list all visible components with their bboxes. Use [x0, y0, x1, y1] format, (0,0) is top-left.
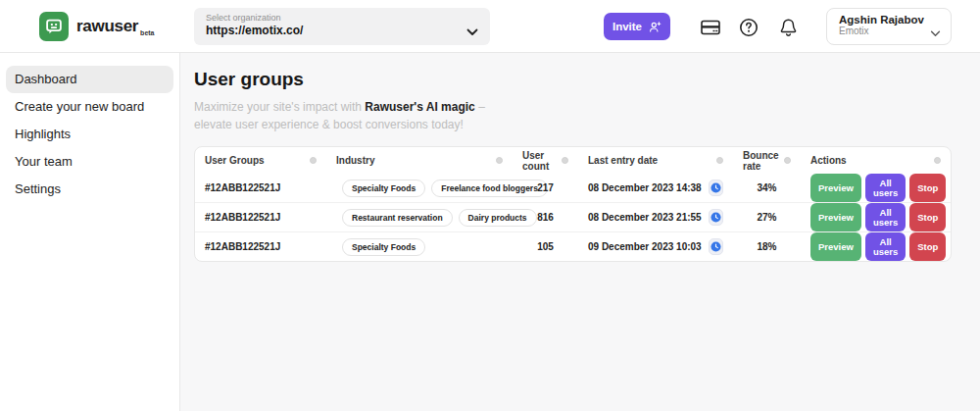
industry-tags: Restaurant reservationDairy products: [326, 209, 513, 227]
org-select-value: https://emotix.co/: [206, 24, 457, 37]
table-row: #12ABB122521J Specialty FoodsFreelance f…: [195, 174, 951, 202]
brand-logo[interactable]: rawuserbeta: [39, 12, 155, 41]
table-header-row: User Groups Industry User count Last ent…: [195, 147, 951, 174]
main-content: User groups Maximize your site's impact …: [180, 53, 980, 411]
bounce-rate: 34%: [733, 182, 801, 193]
row-actions: PreviewAll usersStop: [801, 174, 952, 202]
sidebar-nav: DashboardCreate your new boardHighlights…: [0, 53, 180, 411]
all-users-button[interactable]: All users: [865, 174, 906, 202]
col-header-user-groups[interactable]: User Groups: [195, 147, 326, 174]
sidebar-item-create-your-new-board[interactable]: Create your new board: [6, 93, 173, 121]
industry-tags: Specialty Foods: [326, 238, 513, 256]
subtitle-post: –: [475, 100, 485, 114]
user-count: 105: [513, 241, 578, 252]
help-icon[interactable]: [738, 17, 760, 38]
industry-tag: Specialty Foods: [342, 238, 425, 256]
preview-button[interactable]: Preview: [810, 203, 861, 231]
table-body: #12ABB122521J Specialty FoodsFreelance f…: [195, 174, 951, 261]
info-icon[interactable]: [784, 157, 791, 164]
page-title: User groups: [194, 69, 952, 90]
all-users-button[interactable]: All users: [865, 232, 906, 261]
user-groups-table: User Groups Industry User count Last ent…: [194, 146, 952, 262]
clock-icon[interactable]: [709, 238, 723, 255]
org-select-label: Select organization: [206, 13, 457, 23]
organization-select[interactable]: Select organization https://emotix.co/: [194, 8, 490, 45]
col-header-industry[interactable]: Industry: [326, 147, 513, 174]
person-add-icon: [649, 21, 662, 33]
industry-tag: Restaurant reservation: [342, 209, 453, 227]
user-count: 816: [513, 212, 578, 223]
subtitle-bold: Rawuser's AI magic: [365, 100, 474, 114]
col-header-user-count[interactable]: User count: [513, 147, 578, 174]
info-icon[interactable]: [716, 157, 723, 164]
bounce-rate: 27%: [733, 212, 801, 223]
profile-menu[interactable]: Agshin Rajabov Emotix: [826, 8, 952, 45]
row-id: #12ABB122521J: [195, 212, 326, 223]
last-entry-cell: 08 December 2023 14:38: [578, 180, 733, 196]
billing-card-icon[interactable]: [700, 17, 721, 38]
preview-button[interactable]: Preview: [810, 232, 861, 261]
clock-icon[interactable]: [709, 180, 723, 196]
last-entry-date: 08 December 2023 21:55: [588, 212, 702, 223]
chevron-down-icon: [466, 23, 478, 40]
stop-button[interactable]: Stop: [909, 232, 946, 261]
stop-button[interactable]: Stop: [909, 174, 946, 202]
info-icon[interactable]: [562, 157, 568, 164]
row-id: #12ABB122521J: [195, 182, 326, 193]
info-icon[interactable]: [310, 157, 317, 164]
table-row: #12ABB122521J Specialty Foods 105 09 Dec…: [195, 231, 951, 261]
subtitle-pre: Maximize your site's impact with: [194, 100, 365, 114]
col-header-actions[interactable]: Actions: [801, 147, 951, 174]
chevron-down-icon: [930, 24, 941, 41]
invite-button-label: Invite: [612, 21, 642, 32]
col-header-last-entry-date[interactable]: Last entry date: [578, 147, 733, 174]
page-subtitle: Maximize your site's impact with Rawuser…: [194, 98, 952, 133]
bounce-rate: 18%: [733, 241, 801, 252]
sidebar-item-settings[interactable]: Settings: [6, 176, 173, 203]
invite-button[interactable]: Invite: [604, 13, 670, 40]
col-header-bounce-rate[interactable]: Bounce rate: [733, 147, 801, 174]
preview-button[interactable]: Preview: [810, 174, 861, 202]
industry-tags: Specialty FoodsFreelance food bloggers: [326, 180, 513, 197]
brand-name: rawuserbeta: [76, 17, 155, 36]
subtitle-line2: elevate user experience & boost conversi…: [194, 118, 464, 131]
top-header: rawuserbeta Select organization https://…: [0, 0, 980, 53]
all-users-button[interactable]: All users: [865, 203, 906, 231]
info-icon[interactable]: [934, 157, 941, 164]
last-entry-date: 08 December 2023 14:38: [588, 182, 702, 193]
row-actions: PreviewAll usersStop: [801, 232, 952, 261]
sidebar-item-dashboard[interactable]: Dashboard: [6, 66, 173, 93]
user-count: 217: [513, 182, 578, 193]
last-entry-cell: 09 December 2023 10:03: [578, 238, 733, 255]
sidebar-item-highlights[interactable]: Highlights: [6, 121, 173, 148]
clock-icon[interactable]: [709, 209, 723, 226]
notifications-bell-icon[interactable]: [777, 17, 799, 38]
app-root: rawuserbeta Select organization https://…: [0, 0, 980, 411]
profile-organization: Emotix: [839, 26, 925, 36]
row-id: #12ABB122521J: [195, 241, 326, 252]
beta-tag: beta: [140, 29, 154, 36]
profile-name: Agshin Rajabov: [839, 14, 925, 26]
row-actions: PreviewAll usersStop: [801, 203, 952, 231]
last-entry-cell: 08 December 2023 21:55: [578, 209, 733, 226]
rawuser-logo-icon: [39, 12, 69, 41]
sidebar-item-your-team[interactable]: Your team: [6, 148, 173, 176]
last-entry-date: 09 December 2023 10:03: [588, 241, 702, 252]
industry-tag: Specialty Foods: [342, 180, 425, 197]
table-row: #12ABB122521J Restaurant reservationDair…: [195, 202, 951, 231]
info-icon[interactable]: [496, 157, 503, 164]
stop-button[interactable]: Stop: [909, 203, 946, 231]
